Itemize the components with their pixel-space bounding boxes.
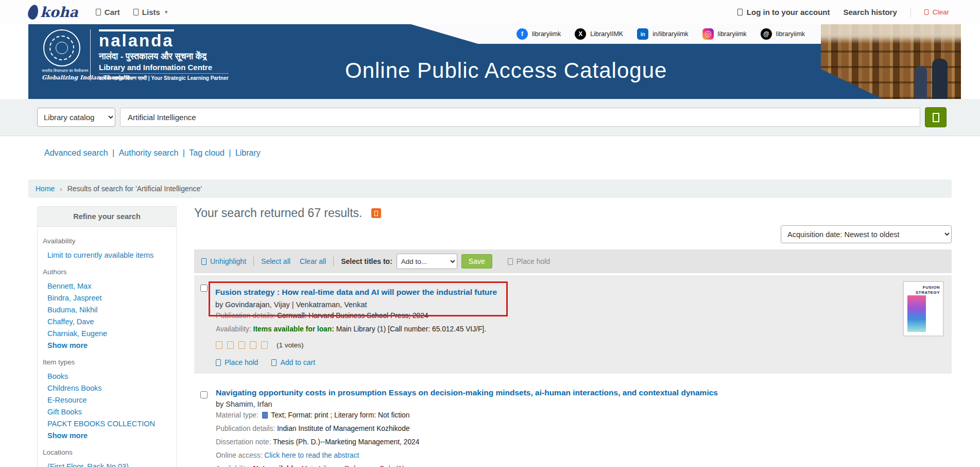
result-1-book-cover[interactable]: FUSION STRATEGY: [903, 281, 943, 336]
result-2-checkbox[interactable]: [200, 391, 208, 398]
save-button[interactable]: Save: [461, 254, 492, 269]
linkedin-link[interactable]: in in/libraryiimk: [637, 28, 688, 40]
search-scope-select[interactable]: Library catalog: [37, 108, 115, 127]
add-to-select[interactable]: Add to...: [397, 254, 457, 269]
search-history-link[interactable]: Search history: [844, 8, 897, 16]
search-button[interactable]: [925, 107, 947, 127]
star-icon[interactable]: [261, 341, 268, 349]
place-hold-icon: [508, 258, 513, 265]
koha-brand-text: koha: [40, 4, 78, 20]
abstract-link[interactable]: Click here to read the abstract: [264, 452, 359, 459]
facet-heading-authors: Authors: [43, 268, 171, 276]
x-twitter-icon: X: [575, 28, 586, 40]
clear-all-button[interactable]: Clear all: [300, 257, 326, 265]
toolbar-place-hold-button[interactable]: Place hold: [508, 257, 550, 265]
facet-author[interactable]: Bindra, Jaspreet: [43, 292, 171, 304]
place-hold-icon: [216, 359, 221, 366]
facet-author[interactable]: Chaffey, Dave: [43, 315, 171, 327]
cart-button[interactable]: Cart: [96, 8, 120, 16]
item-types-show-more-link[interactable]: Show more: [43, 429, 171, 441]
result-2-dissertation-note: Dissertation note: Thesis (Ph. D.)--Mark…: [216, 438, 887, 446]
facet-item-type[interactable]: Books: [43, 370, 171, 382]
advanced-search-link[interactable]: Advanced search: [44, 148, 108, 157]
facet-item-type[interactable]: Gift Books: [43, 406, 171, 418]
star-icon[interactable]: [216, 341, 222, 349]
facebook-icon: f: [517, 28, 528, 40]
star-icon[interactable]: [250, 341, 256, 349]
result-item-1: Fusion strategy : How real-time data and…: [194, 275, 952, 374]
chevron-right-icon: ›: [60, 185, 62, 193]
select-all-button[interactable]: Select all: [261, 257, 290, 265]
authority-search-link[interactable]: Authority search: [108, 148, 179, 157]
koha-logo[interactable]: koha: [28, 4, 78, 20]
clear-link[interactable]: Clear: [924, 8, 949, 16]
result-1-checkbox[interactable]: [200, 285, 208, 292]
authors-show-more-link[interactable]: Show more: [43, 339, 171, 351]
search-input[interactable]: [120, 108, 920, 127]
cover-art: [907, 295, 926, 332]
result-1-add-to-cart-link[interactable]: Add to cart: [271, 358, 315, 366]
nalanda-centre-title: Library and Information Centre: [99, 63, 229, 72]
facet-item-type[interactable]: Childrens Books: [43, 382, 171, 394]
facebook-link[interactable]: f libraryiimk: [517, 28, 561, 40]
select-titles-label: Select titles to:: [341, 257, 392, 265]
threads-link[interactable]: @ libraryiimk: [761, 28, 805, 40]
page-title: Online Public Access Catalogue: [345, 58, 667, 83]
chevron-down-icon: ▾: [165, 9, 168, 15]
koha-swoosh-icon: [27, 4, 40, 21]
top-navbar: koha Cart Lists ▾ Log in to your account…: [0, 0, 980, 24]
result-2-availability: Availability: Not available: Main Librar…: [216, 465, 887, 467]
lists-icon: [133, 9, 139, 15]
result-1-votes: (1 votes): [277, 341, 304, 349]
cart-icon: [96, 9, 101, 15]
library-link[interactable]: Library: [225, 148, 261, 157]
rss-icon[interactable]: [371, 208, 381, 218]
facet-item-type[interactable]: E-Resource: [43, 394, 171, 406]
tag-cloud-link[interactable]: Tag cloud: [178, 148, 225, 157]
breadcrumb-home-link[interactable]: Home: [36, 185, 55, 193]
threads-icon: @: [761, 28, 772, 40]
library-banner: भारतीय विचारधारा का वैश्वीकरण Globalizin…: [28, 24, 961, 99]
nalanda-hindi-title: नालंदा - पुस्तकालय और सूचना केंद्र: [99, 52, 229, 62]
facet-limit-available[interactable]: Limit to currently available items: [43, 249, 171, 261]
breadcrumb: Home › Results of search for 'Artificial…: [28, 179, 952, 198]
result-2-title-link[interactable]: Navigating opportunity costs in prosumpt…: [216, 388, 718, 397]
sort-select[interactable]: Acquisition date: Newest to oldest: [781, 225, 952, 243]
nalanda-logo: nalanda नालंदा - पुस्तकालय और सूचना केंद…: [99, 29, 229, 81]
result-item-2: Navigating opportunity costs in prosumpt…: [194, 382, 952, 467]
linkedin-icon: in: [637, 28, 648, 40]
instagram-link[interactable]: libraryiimk: [702, 28, 747, 40]
social-links-bar: f libraryiimk X LibraryIIMK in in/librar…: [411, 24, 821, 44]
user-icon: [737, 9, 743, 15]
lists-button[interactable]: Lists ▾: [133, 8, 168, 16]
facet-author[interactable]: Buduma, Nikhil: [43, 304, 171, 315]
person-silhouette: [915, 66, 927, 99]
result-1-availability: Availability: Items available for loan: …: [216, 325, 887, 333]
person-silhouette: [932, 59, 948, 99]
unhighlight-button[interactable]: Unhighlight: [201, 257, 246, 265]
instagram-icon: [702, 28, 714, 40]
facet-author[interactable]: Bennett, Max: [43, 280, 171, 292]
result-1-title-link[interactable]: Fusion strategy : How real-time data and…: [215, 288, 497, 296]
cart-icon: [271, 359, 277, 366]
banner-logos: भारतीय विचारधारा का वैश्वीकरण Globalizin…: [42, 29, 229, 81]
results-summary: Your search returned 67 results.: [194, 206, 362, 220]
results-toolbar: Unhighlight Select all Clear all Select …: [194, 249, 952, 273]
facet-item-type[interactable]: PACKT EBOOKS COLLECTION: [43, 418, 171, 429]
result-2-publication: Publication details: Indian Institute of…: [216, 425, 887, 432]
library-photo: [821, 24, 961, 99]
breadcrumb-current: Results of search for 'Artificial Intell…: [67, 185, 202, 193]
banner-divider: [90, 29, 91, 81]
result-2-material-type: Material type: Text; Format: print ; Lit…: [216, 411, 887, 419]
login-link[interactable]: Log in to your account: [737, 8, 830, 16]
iimk-emblem-icon: [43, 29, 80, 66]
highlight-icon: [201, 258, 207, 265]
facet-location[interactable]: (First Floor, Rack No.03): [43, 460, 171, 467]
star-icon[interactable]: [227, 341, 234, 349]
result-1-author: by Govindarajan, Vijay | Venkatraman, Ve…: [215, 301, 497, 309]
result-1-place-hold-link[interactable]: Place hold: [216, 358, 258, 366]
catalog-search-bar: Library catalog: [0, 99, 980, 136]
facet-author[interactable]: Charniak, Eugene: [43, 327, 171, 339]
star-icon[interactable]: [238, 341, 245, 349]
x-twitter-link[interactable]: X LibraryIIMK: [575, 28, 623, 40]
